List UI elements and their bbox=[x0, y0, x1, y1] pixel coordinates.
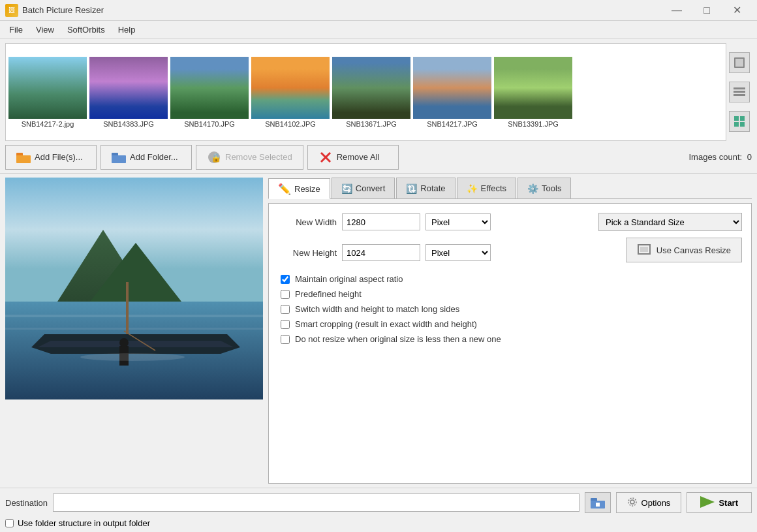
close-button[interactable]: ✕ bbox=[722, 0, 752, 21]
browse-folder-icon bbox=[591, 497, 605, 509]
thumbnail-preview bbox=[494, 57, 572, 119]
svg-point-36 bbox=[628, 498, 636, 506]
resize-form: New Width Pixel Percent Inch cm Pick a S… bbox=[268, 203, 752, 484]
menu-softorbits[interactable]: SoftOrbits bbox=[61, 22, 112, 37]
svg-point-28 bbox=[80, 353, 185, 361]
remove-all-label: Remove All bbox=[337, 152, 380, 162]
thumbnail-item[interactable]: SNB14170.JPG bbox=[170, 57, 249, 128]
thumbnail-item[interactable]: SNB13391.JPG bbox=[494, 57, 572, 128]
view-list-icon[interactable] bbox=[729, 82, 750, 102]
tab-resize[interactable]: ✏️ Resize bbox=[268, 178, 330, 199]
smart-crop-row: Smart cropping (result in exact width an… bbox=[278, 319, 742, 329]
svg-point-27 bbox=[119, 338, 129, 347]
folder-structure-label: Use folder structure in output folder bbox=[18, 518, 150, 528]
minimize-button[interactable]: — bbox=[662, 0, 692, 21]
svg-rect-12 bbox=[112, 155, 126, 163]
menu-bar: File View SoftOrbits Help bbox=[0, 21, 757, 39]
options-gear-icon bbox=[627, 497, 638, 509]
add-folder-button[interactable]: Add Folder... bbox=[100, 145, 192, 170]
menu-help[interactable]: Help bbox=[112, 22, 142, 37]
view-grid-icon[interactable] bbox=[729, 111, 750, 132]
switch-sides-checkbox[interactable] bbox=[281, 305, 290, 314]
svg-rect-31 bbox=[640, 247, 648, 252]
svg-rect-34 bbox=[596, 503, 600, 507]
thumbnail-label: SNB14217-2.jpg bbox=[22, 120, 74, 128]
effects-tab-icon: ✨ bbox=[467, 183, 478, 194]
thumbnail-item[interactable]: SNB14383.JPG bbox=[89, 57, 168, 128]
menu-view[interactable]: View bbox=[29, 22, 61, 37]
maintain-aspect-checkbox[interactable] bbox=[281, 275, 290, 284]
toolbar: Add File(s)... Add Folder... 🔒 Remove Se… bbox=[0, 141, 757, 174]
preview-image bbox=[5, 178, 263, 399]
destination-browse-button[interactable] bbox=[585, 492, 611, 513]
tab-bar: ✏️ Resize 🔄 Convert 🔃 Rotate ✨ Effects ⚙… bbox=[268, 178, 752, 199]
svg-point-35 bbox=[630, 500, 634, 504]
new-height-label: New Height bbox=[278, 248, 337, 258]
options-label: Options bbox=[641, 498, 671, 508]
svg-rect-6 bbox=[740, 116, 745, 121]
thumbnail-item[interactable]: SNB13671.JPG bbox=[332, 57, 410, 128]
svg-rect-4 bbox=[734, 94, 745, 96]
no-resize-label: Do not resize when original size is less… bbox=[295, 334, 501, 344]
tab-rotate[interactable]: 🔃 Rotate bbox=[396, 178, 455, 198]
preview-panel bbox=[5, 178, 263, 399]
thumbnail-item[interactable]: SNB14217.JPG bbox=[413, 57, 491, 128]
remove-all-button[interactable]: Remove All bbox=[307, 145, 399, 170]
start-button[interactable]: Start bbox=[687, 492, 752, 513]
canvas-resize-label: Use Canvas Resize bbox=[657, 245, 731, 255]
smart-crop-checkbox[interactable] bbox=[281, 320, 290, 329]
add-folder-label: Add Folder... bbox=[130, 152, 178, 162]
thumbnail-label: SNB14383.JPG bbox=[103, 120, 154, 128]
thumbnail-strip-container: SNB14217-2.jpg SNB14383.JPG SNB14170.JPG… bbox=[5, 43, 752, 141]
window-controls: — □ ✕ bbox=[662, 0, 752, 21]
new-width-label: New Width bbox=[278, 217, 337, 227]
remove-selected-button[interactable]: 🔒 Remove Selected bbox=[196, 145, 303, 170]
destination-label: Destination bbox=[5, 498, 48, 508]
thumbnail-label: SNB14170.JPG bbox=[184, 120, 235, 128]
view-large-icon[interactable] bbox=[729, 52, 750, 73]
thumbnail-label: SNB13671.JPG bbox=[346, 120, 397, 128]
thumbnail-preview bbox=[8, 57, 87, 119]
title-bar: 🖼 Batch Picture Resizer — □ ✕ bbox=[0, 0, 757, 21]
effects-tab-label: Effects bbox=[481, 183, 507, 193]
switch-sides-row: Switch width and height to match long si… bbox=[278, 304, 742, 314]
canvas-resize-button[interactable]: Use Canvas Resize bbox=[626, 238, 742, 262]
content-area: ✏️ Resize 🔄 Convert 🔃 Rotate ✨ Effects ⚙… bbox=[0, 174, 757, 488]
thumbnail-item[interactable]: SNB14217-2.jpg bbox=[8, 57, 87, 128]
height-row: New Height Pixel Percent Inch cm U bbox=[278, 238, 742, 268]
thumbnail-item[interactable]: SNB14102.JPG bbox=[251, 57, 330, 128]
destination-input[interactable] bbox=[53, 493, 579, 512]
thumbnail-label: SNB14102.JPG bbox=[265, 120, 316, 128]
tab-tools[interactable]: ⚙️ Tools bbox=[518, 178, 571, 198]
new-width-input[interactable] bbox=[342, 213, 420, 230]
options-button[interactable]: Options bbox=[616, 492, 682, 513]
start-label: Start bbox=[718, 498, 738, 508]
tab-convert[interactable]: 🔄 Convert bbox=[332, 178, 395, 198]
tab-effects[interactable]: ✨ Effects bbox=[457, 178, 517, 198]
maintain-aspect-row: Maintain original aspect ratio bbox=[278, 274, 742, 284]
width-unit-select[interactable]: Pixel Percent Inch cm bbox=[425, 213, 491, 230]
add-files-icon bbox=[16, 150, 31, 164]
side-icon-panel bbox=[726, 43, 752, 141]
width-row: New Width Pixel Percent Inch cm Pick a S… bbox=[278, 213, 742, 231]
menu-file[interactable]: File bbox=[3, 22, 29, 37]
height-unit-select[interactable]: Pixel Percent Inch cm bbox=[425, 244, 491, 261]
folder-structure-checkbox[interactable] bbox=[5, 519, 14, 527]
tools-tab-label: Tools bbox=[542, 183, 561, 193]
svg-rect-25 bbox=[126, 282, 129, 334]
images-count-label: Images count: bbox=[688, 152, 742, 162]
predefined-height-checkbox[interactable] bbox=[281, 290, 290, 299]
rotate-tab-icon: 🔃 bbox=[406, 183, 417, 194]
tools-tab-icon: ⚙️ bbox=[527, 183, 538, 194]
svg-rect-10 bbox=[16, 155, 31, 163]
resize-tab-icon: ✏️ bbox=[278, 183, 291, 195]
svg-rect-3 bbox=[734, 91, 745, 93]
convert-tab-icon: 🔄 bbox=[341, 183, 352, 194]
add-files-button[interactable]: Add File(s)... bbox=[5, 145, 97, 170]
new-height-input[interactable] bbox=[342, 244, 420, 261]
standard-size-select[interactable]: Pick a Standard Size bbox=[598, 213, 742, 231]
app-title: Batch Picture Resizer bbox=[22, 5, 662, 15]
maximize-button[interactable]: □ bbox=[692, 0, 722, 21]
no-resize-checkbox[interactable] bbox=[281, 335, 290, 344]
maintain-aspect-label: Maintain original aspect ratio bbox=[295, 274, 403, 284]
